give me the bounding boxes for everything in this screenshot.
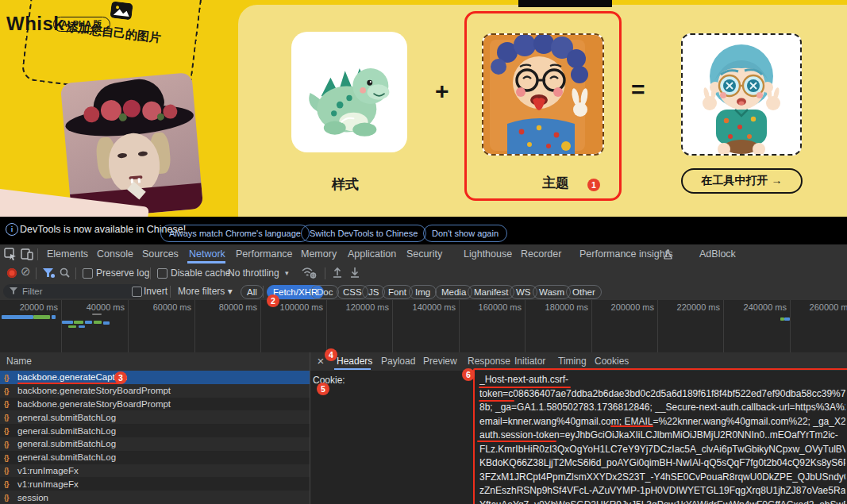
panel-splitter[interactable] [310,352,310,504]
preserve-log-checkbox[interactable] [83,268,93,279]
tab-security[interactable]: Security [406,244,442,264]
toolbar-divider [36,267,37,279]
annotation-underline-token [479,400,514,402]
request-row[interactable]: {}general.submitBatchLog [0,410,310,424]
inspect-element-icon[interactable] [4,248,17,260]
more-filters-button[interactable]: More filters ▾ [178,283,233,300]
tab-recorder[interactable]: Recorder [521,244,561,264]
invert-checkbox[interactable] [132,287,142,297]
annotation-circle-1: 1 [587,179,600,191]
record-icon[interactable] [7,268,17,278]
timeline-tick: 20000 ms [20,302,58,312]
xhr-icon: {} [4,426,15,435]
xhr-icon: {} [4,413,15,421]
filter-toggle-icon[interactable] [43,268,55,278]
timeline-tick: 120000 ms [346,302,389,312]
name-column-header[interactable]: Name [6,356,32,367]
tab-lighthouse[interactable]: Lighthouse [464,244,512,264]
xhr-icon: {} [4,399,15,408]
annotation-underline-session-token [477,441,556,442]
annotation-box-subject [464,11,622,201]
search-icon[interactable] [60,267,70,278]
filter-funnel-icon [10,287,18,294]
timeline-tick: 80000 ms [219,302,257,312]
timeline-tick: 240000 ms [744,302,787,312]
tab-performance[interactable]: Performance [236,244,293,264]
throttling-select[interactable]: No throttling [228,264,279,283]
xhr-icon: {} [4,479,15,488]
timeline-tick: 180000 ms [545,302,588,312]
timeline-tick: 100000 ms [280,302,323,312]
network-overview-timeline[interactable]: 20000 ms 40000 ms 60000 ms 80000 ms 1000… [0,300,847,353]
tab-adblock[interactable]: AdBlock [699,244,736,264]
timeline-tick: 200000 ms [611,302,654,312]
pill-divider [263,286,264,298]
filter-pill-manifest[interactable]: Manifest [468,285,514,299]
filter-input[interactable]: Filter [3,284,144,298]
info-icon: i [6,223,18,236]
dont-show-again-button[interactable]: Don't show again [423,225,507,242]
chevron-down-icon[interactable]: ▾ [285,264,289,283]
xhr-icon: {} [4,453,15,462]
clear-icon[interactable]: ⊘ [21,264,31,279]
timeline-tick: 140000 ms [413,302,456,312]
request-row[interactable]: {}general.submitBatchLog [0,451,310,464]
equals-operator: = [631,76,645,103]
timeline-tick: 220000 ms [677,302,720,312]
annotation-underline-csrf [479,387,571,388]
request-row[interactable]: {}v1:runImageFx [0,464,310,478]
switch-devtools-chinese-button[interactable]: Switch DevTools to Chinese [301,225,426,242]
filter-pill-wasm[interactable]: Wasm [533,285,571,299]
annotation-box-cookie [473,368,847,504]
timeline-tick: 60000 ms [153,302,191,312]
style-image-card[interactable] [291,32,407,152]
annotation-circle-2: 2 [267,294,279,307]
export-har-icon[interactable] [349,267,360,278]
match-chrome-language-button[interactable]: Always match Chrome's language [160,225,310,242]
filter-pill-other[interactable]: Other [566,285,602,299]
request-row[interactable]: {}general.submitBatchLog [0,437,310,451]
open-in-tool-button[interactable]: 在工具中打开 → [681,168,803,194]
tab-performance-insights[interactable]: Performance insights [579,244,672,264]
annotation-circle-6: 6 [462,368,475,381]
annotation-underline-email [610,425,653,427]
import-har-icon[interactable] [332,267,343,278]
tab-application[interactable]: Application [348,244,396,264]
request-row[interactable]: {}backbone.generateStoryBoardPrompt [0,398,310,411]
filter-pill-img[interactable]: Img [409,285,437,299]
tab-memory[interactable]: Memory [301,244,337,264]
invert-label[interactable]: Invert [144,283,167,300]
timeline-tick: 260000 ms [810,302,847,312]
tab-sources[interactable]: Sources [142,244,179,264]
detail-tab-preview[interactable]: Preview [423,352,457,371]
toolbar-divider [150,267,151,279]
tab-console[interactable]: Console [97,244,133,264]
whisk-page-section: 添加您自己的图片 Whisk ALPHA 版 [0,0,847,217]
request-list: {}backbone.generateCaption {}backbone.ge… [0,371,310,504]
tab-elements[interactable]: Elements [47,244,88,264]
filter-pill-all[interactable]: All [241,285,264,299]
plus-operator: + [435,78,449,105]
xhr-icon: {} [4,373,15,382]
filter-pill-doc[interactable]: Doc [310,285,339,299]
network-conditions-icon[interactable] [302,267,317,279]
annotation-circle-3: 3 [114,371,127,384]
detail-tab-payload[interactable]: Payload [381,352,415,371]
request-row[interactable]: {}backbone.generateStoryBoardPrompt [0,384,310,398]
vampire-style-photo[interactable] [60,72,203,217]
request-row[interactable]: {}session [0,491,310,504]
annotation-underline-request [17,383,119,384]
result-image-card[interactable] [681,33,802,156]
headers-tab-underline [334,368,371,370]
disable-cache-checkbox[interactable] [157,268,167,279]
flask-icon [664,249,672,260]
request-table-header: Name [0,352,310,371]
disable-cache-label[interactable]: Disable cache [171,264,230,283]
device-toolbar-icon[interactable] [21,248,33,260]
xhr-icon: {} [4,493,15,502]
preserve-log-label[interactable]: Preserve log [96,264,149,283]
style-label: 样式 [332,175,359,194]
request-row[interactable]: {}v1:runImageFx [0,477,310,491]
request-row[interactable]: {}general.submitBatchLog [0,424,310,437]
timeline-tick: 160000 ms [479,302,522,312]
